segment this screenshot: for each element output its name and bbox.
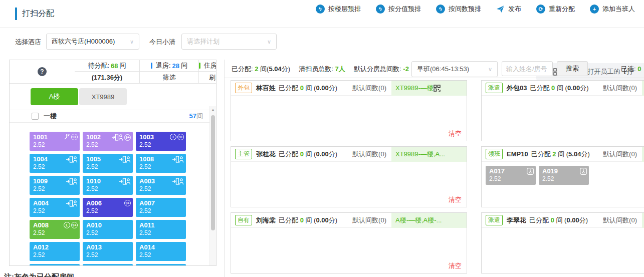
- staff-assigned-stats: 已分配 0 间 (0.00分): [279, 216, 337, 225]
- room-icons: 9+: [111, 134, 131, 141]
- room-tile-A008[interactable]: A0082.52L9+: [30, 220, 80, 239]
- floor-checkbox[interactable]: [32, 113, 39, 120]
- room-number: A012: [33, 243, 76, 251]
- room-tile-A015[interactable]: A0152.52: [30, 264, 80, 266]
- room-score: 2.52: [139, 251, 182, 259]
- staff-type-badge: 主管: [235, 149, 252, 159]
- chevron-down-icon: ∨: [267, 39, 271, 45]
- room-tile-A017[interactable]: A0172.52: [486, 166, 536, 185]
- room-tile-A012[interactable]: A0122.52: [30, 242, 80, 261]
- chevron-down-icon: ∨: [488, 66, 492, 73]
- room-tile-A014[interactable]: A0142.52: [136, 242, 186, 261]
- assigned-floors[interactable]: [642, 213, 644, 228]
- staff-card-外包03: 派遣外包03已分配 0 间 (0.00分)默认间数(0)清空: [481, 80, 644, 141]
- room-tile-1004[interactable]: 10042.52: [30, 154, 80, 173]
- question-icon[interactable]: ?: [38, 67, 47, 76]
- scroll-up-icon[interactable]: ▲: [210, 106, 216, 112]
- t-circle-icon: T: [170, 134, 176, 140]
- shift-select[interactable]: 早班(06:45-13:53) ∨: [411, 61, 498, 77]
- tab-A楼[interactable]: A楼: [31, 88, 78, 105]
- room-tile-A016[interactable]: A0162.52T: [83, 264, 133, 266]
- action-label: 重新分配: [549, 5, 575, 14]
- refresh-button[interactable]: 刷新: [199, 72, 217, 83]
- staff-assigned-stats: 已分配 0 间 (0.00分): [529, 216, 588, 225]
- scrollbar-thumb[interactable]: [211, 115, 215, 230]
- room-tile-A013[interactable]: A0132.52: [83, 242, 133, 261]
- room-tile-A007[interactable]: A0072.52: [136, 198, 186, 217]
- action-label: 添加当班人: [602, 5, 635, 14]
- staff-card-header: 派遣李翠花已分配 0 间 (0.00分)默认间数(0): [482, 213, 644, 228]
- room-tile-1009[interactable]: 10092.52: [30, 176, 80, 195]
- staff-name: 张桂花: [256, 150, 276, 159]
- room-score: 2.52: [542, 175, 585, 183]
- hotel-select-label: 选择酒店: [15, 38, 41, 47]
- clear-assignment-link[interactable]: 清空: [449, 129, 462, 138]
- plan-select[interactable]: 请选择计划 ∨: [181, 34, 277, 50]
- assigned-floors[interactable]: A楼-—楼,A楼-...: [391, 213, 467, 228]
- clear-assignment-link[interactable]: 清空: [449, 195, 462, 204]
- staff-name: 林百姓: [256, 84, 276, 93]
- door-person-icon: [172, 178, 184, 185]
- assigned-floors-text: XT9989-—楼: [395, 84, 434, 93]
- hotel-select-value: 西软六号店(H000006): [52, 37, 115, 46]
- room-tile-A018[interactable]: A0182.52: [136, 264, 186, 266]
- room-grid-scrollbar[interactable]: ▲: [209, 106, 216, 266]
- room-tile-A004[interactable]: A0042.52: [30, 198, 80, 217]
- room-tile-1002[interactable]: 10022.529+: [83, 132, 133, 151]
- staff-card-林百姓: 外包林百姓已分配 0 间 (0.00分)默认间数(0)XT9989-—楼清空: [231, 80, 467, 141]
- room-tile-A011[interactable]: A0112.52: [136, 220, 186, 239]
- room-panel: 待分配: 68 间 退房: 28 间 住房: 4 间 ? (171.36分) 筛…: [9, 60, 217, 266]
- action-重新分配[interactable]: ⟳重新分配: [536, 5, 575, 14]
- room-score: 2.52: [33, 141, 76, 149]
- pending-value: 68: [111, 62, 118, 70]
- staff-name: 李翠花: [507, 216, 526, 225]
- staff-type-badge: 派遣: [486, 215, 503, 225]
- hotel-select[interactable]: 西软六号店(H000006) ∨: [46, 34, 139, 50]
- room-tile-A006[interactable]: A0062.529+: [83, 198, 133, 217]
- staff-card-body: 清空: [482, 96, 644, 141]
- room-tile-A003[interactable]: A0032.52: [136, 176, 186, 195]
- room-tile-1005[interactable]: 10052.52: [83, 154, 133, 173]
- search-input[interactable]: [502, 61, 553, 76]
- lightning-icon: ϟ: [376, 5, 385, 14]
- assigned-floors[interactable]: XT9989-—楼,A...: [391, 147, 467, 162]
- action-按分值预排[interactable]: ϟ按分值预排: [376, 5, 421, 14]
- plus-icon: +: [590, 5, 599, 14]
- room-tile-A019[interactable]: A0192.52: [539, 166, 589, 185]
- search-button[interactable]: 搜索: [557, 61, 588, 76]
- action-按楼层预排[interactable]: ϟ按楼层预排: [316, 5, 361, 14]
- staff-card-header: 外包林百姓已分配 0 间 (0.00分)默认间数(0)XT9989-—楼: [231, 81, 467, 96]
- staff-card-EMP10: 领班EMP10已分配 2 间 (5.04分)默认间数(0)A0172.52A01…: [481, 146, 644, 207]
- filter-button[interactable]: 筛选: [140, 72, 199, 83]
- assigned-floors[interactable]: XT9989-—楼: [391, 81, 467, 96]
- assigned-floors-text: XT9989-—楼,A...: [395, 150, 445, 159]
- page-title: 打扫分配: [22, 9, 54, 19]
- room-tile-1008[interactable]: 10082.52: [136, 154, 186, 173]
- action-添加当班人[interactable]: +添加当班人: [590, 5, 635, 14]
- staff-card-李翠花: 派遣李翠花已分配 0 间 (0.00分)默认间数(0)清空: [481, 212, 644, 273]
- clear-assignment-link[interactable]: 清空: [449, 261, 462, 270]
- qr-code-icon: [434, 85, 441, 92]
- topbar: 打扫分配 ϟ按楼层预排ϟ按分值预排ϟ按间数预排发布⟳重新分配+添加当班人: [0, 0, 644, 28]
- action-按间数预排[interactable]: ϟ按间数预排: [436, 5, 481, 14]
- room-number: A019: [542, 167, 585, 175]
- staff-card-body: 清空: [231, 162, 467, 207]
- action-发布[interactable]: 发布: [496, 5, 521, 14]
- room-tile-1010[interactable]: 10102.52: [83, 176, 133, 195]
- room-tile-1001[interactable]: 10012.529+: [30, 132, 80, 151]
- room-number: A018: [139, 265, 182, 266]
- staff-card-body: 清空: [482, 228, 644, 273]
- room-icons: [172, 178, 184, 185]
- room-number: A013: [86, 243, 129, 251]
- room-icons: [66, 178, 78, 185]
- selected-value: 0: [637, 65, 641, 73]
- room-tile-1003[interactable]: 10032.52T9+: [136, 132, 186, 151]
- default-room-count: 默认间数(0): [352, 150, 391, 159]
- room-tile-A010[interactable]: A0102.52: [83, 220, 133, 239]
- assigned-floors[interactable]: [642, 81, 644, 96]
- tab-XT9989[interactable]: XT9989: [79, 88, 127, 105]
- assignment-summary: 已分配: 2 间(5.04分) 清扫员总数: 7人 默认分房总间数: -2: [232, 65, 409, 74]
- topbar-actions: ϟ按楼层预排ϟ按分值预排ϟ按间数预排发布⟳重新分配+添加当班人: [316, 3, 635, 15]
- assigned-floors[interactable]: [642, 147, 644, 162]
- staff-name: 外包03: [507, 84, 527, 93]
